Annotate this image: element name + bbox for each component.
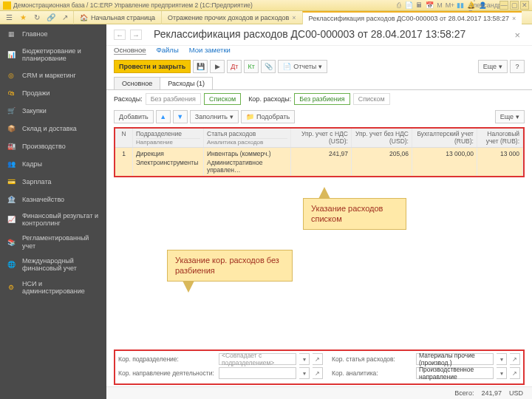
post-close-button[interactable]: Провести и закрыть: [114, 60, 191, 73]
menu-icon[interactable]: ☰: [3, 13, 15, 23]
dropdown-icon[interactable]: ▾: [299, 353, 310, 365]
m-icon[interactable]: M: [435, 1, 444, 10]
post-button[interactable]: ▶: [210, 60, 225, 73]
up-button[interactable]: ▲: [156, 110, 171, 123]
ext-icon[interactable]: ↗: [59, 13, 71, 23]
kor-dept-input[interactable]: <Совпадает с подразделением>: [219, 353, 296, 365]
sidebar-item-salary[interactable]: 💳Зарплата: [0, 173, 106, 191]
back-button[interactable]: ←: [114, 30, 126, 40]
cell-dept-1: Дирекция: [136, 150, 200, 157]
link-icon[interactable]: 🔗: [45, 13, 57, 23]
callout-text: Указание расходов списком: [311, 204, 383, 223]
bag-icon: 🛍: [6, 88, 16, 98]
sidebar-item-prod[interactable]: 🏭Производство: [0, 137, 106, 155]
kor-analytics-input[interactable]: Производственное направление: [416, 367, 494, 379]
app-icon: [3, 1, 11, 10]
close-button[interactable]: ✕: [520, 1, 529, 10]
pick-button[interactable]: 📁 Подобрать: [241, 110, 295, 123]
kor-dir-input[interactable]: [219, 367, 296, 379]
total-currency: USD: [509, 389, 523, 397]
sidebar-label: Казначейство: [22, 196, 100, 203]
doc-icon[interactable]: 📄: [404, 1, 413, 10]
chip-nobreak[interactable]: Без разбиения: [146, 93, 201, 105]
forward-button[interactable]: →: [130, 30, 142, 40]
doc-subtabs: Основное Файлы Мои заметки: [106, 46, 532, 58]
sidebar-item-treasury[interactable]: 🏦Казначейство: [0, 191, 106, 208]
minimize-button[interactable]: —: [499, 1, 508, 10]
chart-icon: 📊: [6, 50, 16, 60]
cart-icon: 🛒: [6, 106, 16, 116]
kor-fields: Кор. подразделение: <Совпадает с подразд…: [114, 349, 525, 385]
chip-kor-nobreak[interactable]: Без разбиения: [294, 93, 349, 105]
dtkt-button[interactable]: Дт: [227, 60, 242, 73]
sidebar-item-fin[interactable]: 📈Финансовый результат и контроллинг: [0, 208, 106, 231]
down-button[interactable]: ▼: [173, 110, 188, 123]
tab-expenses[interactable]: Расходы (1): [160, 77, 213, 89]
sidebar-item-purch[interactable]: 🛒Закупки: [0, 102, 106, 120]
sidebar-item-wh[interactable]: 📦Склад и доставка: [0, 120, 106, 137]
tab-home-label: Начальная страница: [91, 14, 155, 21]
more-button[interactable]: Еще ▾: [478, 60, 508, 73]
subtab-main[interactable]: Основное: [114, 46, 146, 55]
tab-home[interactable]: 🏠Начальная страница: [73, 11, 161, 24]
sidebar-item-crm[interactable]: ◎CRM и маркетинг: [0, 66, 106, 84]
add-button[interactable]: Добавить: [114, 110, 154, 123]
open-icon[interactable]: ↗: [313, 367, 323, 379]
kor-article-input[interactable]: Материалы прочие (производ.): [416, 353, 494, 365]
col-art-2: Аналитика расходов: [207, 139, 287, 146]
sidebar-item-reg[interactable]: 📚Регламентированный учет: [0, 231, 106, 253]
page-title: Реклассификация расходов ДС00-000003 от …: [146, 27, 505, 43]
sidebar-item-main[interactable]: ▦Главное: [0, 24, 106, 44]
favorite-icon[interactable]: ★: [17, 13, 29, 23]
maximize-button[interactable]: ▢: [510, 1, 519, 10]
cell-usd-novat: 205,06: [352, 148, 412, 176]
tab-doc1[interactable]: Отражение прочих доходов и расходов×: [161, 11, 302, 24]
cell-n: 1: [115, 148, 133, 176]
doc-close-button[interactable]: ×: [510, 30, 525, 41]
sidebar-item-nsi[interactable]: ⚙НСИ и администрирование: [0, 276, 106, 299]
pause-icon[interactable]: ▮▮: [456, 1, 465, 10]
dropdown-icon[interactable]: ▾: [497, 367, 507, 379]
print-icon[interactable]: ⎙: [394, 1, 403, 10]
open-icon[interactable]: ↗: [510, 353, 520, 365]
total-label: Всего:: [454, 389, 474, 397]
fill-button[interactable]: Заполнить ▾: [190, 110, 239, 123]
sidebar-item-budget[interactable]: 📊Бюджетирование и планирование: [0, 44, 106, 66]
box-icon: 📦: [6, 123, 16, 134]
calc-icon[interactable]: 🖩: [415, 1, 423, 10]
close-icon[interactable]: ×: [292, 14, 296, 21]
close-icon[interactable]: ×: [512, 15, 516, 22]
help-button[interactable]: ?: [510, 60, 525, 73]
chip-kor-list[interactable]: Списком: [353, 93, 390, 105]
reports-button[interactable]: 📄 Отчеты ▾: [278, 60, 327, 73]
m2-icon[interactable]: M+: [446, 1, 454, 10]
open-icon[interactable]: ↗: [510, 367, 520, 379]
dropdown-icon[interactable]: ▾: [497, 353, 507, 365]
stats-icon: 📈: [6, 214, 16, 225]
attach-button[interactable]: 📎: [261, 60, 276, 73]
reports-label: Отчеты: [293, 63, 316, 70]
col-article: Статья расходовАналитика расходов: [204, 129, 291, 147]
subtab-notes[interactable]: Мои заметки: [189, 46, 231, 55]
sidebar-item-ifrs[interactable]: 🌐Международный финансовый учет: [0, 253, 106, 276]
subtab-files[interactable]: Файлы: [157, 46, 179, 55]
table-row[interactable]: 1 ДирекцияЭлектроинструменты Инвентарь (…: [115, 148, 523, 176]
tbl-more-button[interactable]: Еще ▾: [495, 110, 525, 123]
tab-doc2[interactable]: Реклассификация расходов ДС00-000003 от …: [302, 11, 522, 24]
dropdown-icon[interactable]: ▾: [299, 367, 310, 379]
tab-main[interactable]: Основное: [114, 77, 160, 89]
calendar-icon[interactable]: 📅: [425, 1, 434, 10]
tab-doc1-label: Отражение прочих доходов и расходов: [168, 14, 289, 21]
book-icon: 📚: [6, 237, 16, 248]
sidebar-label: Регламентированный учет: [22, 234, 100, 250]
cell-art-2: Административное управлен…: [207, 159, 287, 174]
save-button[interactable]: 💾: [193, 60, 208, 73]
sidebar-label: Международный финансовый учет: [22, 257, 100, 273]
sidebar-item-hr[interactable]: 👥Кадры: [0, 155, 106, 173]
chip-list[interactable]: Списком: [204, 93, 241, 105]
open-icon[interactable]: ↗: [313, 353, 323, 365]
user-label[interactable]: 👤 Орлов Александр Владимирович: [477, 1, 498, 10]
sidebar-item-sales[interactable]: 🛍Продажи: [0, 84, 106, 102]
history-icon[interactable]: ↻: [31, 13, 43, 23]
reg-button[interactable]: Кт: [244, 60, 259, 73]
